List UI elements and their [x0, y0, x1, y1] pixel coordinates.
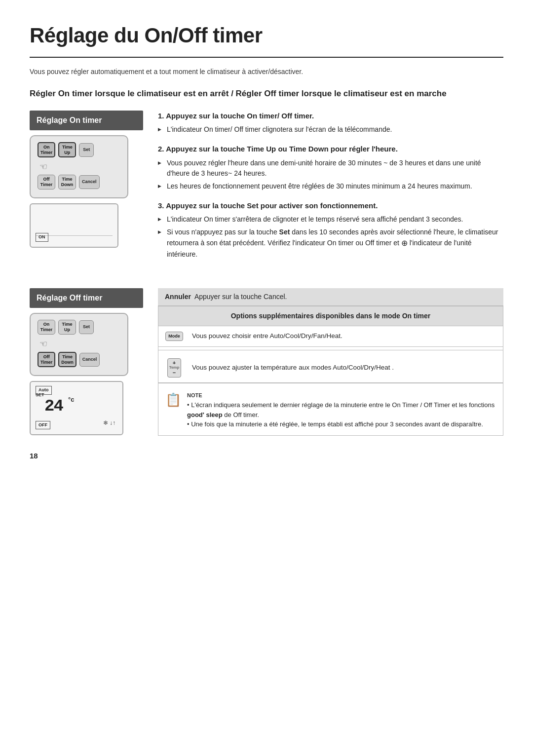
- options-row-2: + Temp − Vous pouvez ajuster la températ…: [158, 353, 503, 382]
- note-text-2: • Une fois que la minuterie a été réglée…: [187, 419, 496, 429]
- options-row-1: Mode Vous pouvez choisir entre Auto/Cool…: [158, 326, 503, 346]
- step-1-title: 1. Appuyez sur la touche On timer/ Off t…: [158, 111, 503, 122]
- options-table-header: Options supplémentaires disponibles dans…: [158, 306, 503, 326]
- off-timer-display: Auto SET 24 °c ❄ ↓↑ OFF: [30, 381, 123, 435]
- cancel-btn[interactable]: Cancel: [79, 175, 100, 189]
- on-timer-display: ON: [30, 203, 118, 248]
- step-2-title: 2. Appuyez sur la touche Time Up ou Time…: [158, 144, 503, 155]
- step-1-bullet-1: L'indicateur On timer/ Off timer clignot…: [158, 124, 503, 135]
- step-3-bullet-1: L'indicateur On timer s'arrêtera de clig…: [158, 214, 503, 225]
- off-timer-btn[interactable]: OffTimer: [38, 175, 55, 189]
- step-3-bullet-2: Si vous n'appuyez pas sur la touche Set …: [158, 227, 503, 260]
- off-timer-right: Annuler Appuyer sur la touche Cancel. Op…: [158, 288, 503, 435]
- swipe-indicator-2: ☜: [39, 338, 120, 351]
- off-timer-left: Réglage Off timer OnTimer TimeUp Set ☜ O…: [30, 288, 143, 435]
- step-2-bullet-1: Vous pouvez régler l'heure dans une demi…: [158, 158, 503, 179]
- display-degree: °c: [68, 395, 74, 405]
- off-timer-btn-2[interactable]: OffTimer: [38, 352, 55, 368]
- step-2-bullet-2: Les heures de fonctionnement peuvent êtr…: [158, 181, 503, 191]
- on-timer-remote: OnTimer TimeUp Set ☜ OffTimer TimeDown C: [30, 135, 128, 198]
- page-title: Réglage du On/Off timer: [30, 20, 503, 58]
- on-timer-label: Réglage On timer: [30, 111, 143, 130]
- step-3-bullets: L'indicateur On timer s'arrêtera de clig…: [158, 214, 503, 260]
- off-set-btn[interactable]: Set: [79, 320, 94, 334]
- on-timer-left: Réglage On timer OnTimer TimeUp Set ☜ Of…: [30, 111, 143, 248]
- annuler-bar: Annuler Appuyer sur la touche Cancel.: [158, 288, 503, 306]
- note-text-1: • L'écran indiquera seulement le dernier…: [187, 400, 496, 419]
- on-timer-section: Réglage On timer OnTimer TimeUp Set ☜ Of…: [30, 111, 503, 269]
- step-3-title: 3. Appuyez sur la touche Set pour active…: [158, 200, 503, 212]
- display-icons: ❄ ↓↑: [103, 418, 115, 427]
- step-1: 1. Appuyez sur la touche On timer/ Off t…: [158, 111, 503, 135]
- on-timer-steps: 1. Appuyez sur la touche On timer/ Off t…: [158, 111, 503, 269]
- page-number: 18: [30, 451, 503, 462]
- off-timer-timeup-btn[interactable]: TimeUp: [58, 320, 76, 335]
- temp-btn: + Temp −: [167, 358, 181, 378]
- step-2: 2. Appuyez sur la touche Time Up ou Time…: [158, 144, 503, 191]
- options-table: Options supplémentaires disponibles dans…: [158, 306, 503, 382]
- off-badge: OFF: [36, 421, 50, 430]
- step-2-bullets: Vous pouvez régler l'heure dans une demi…: [158, 158, 503, 191]
- off-timer-label: Réglage Off timer: [30, 288, 143, 308]
- mode-btn: Mode: [165, 332, 183, 341]
- on-badge: ON: [36, 233, 48, 242]
- note-box: 📋 NOTE • L'écran indiquera seulement le …: [158, 383, 503, 436]
- step-3: 3. Appuyez sur la touche Set pour active…: [158, 200, 503, 260]
- on-timer-btn[interactable]: OnTimer: [38, 142, 55, 158]
- off-timer-remote: OnTimer TimeUp Set ☜ OffTimer TimeDown C: [30, 313, 128, 376]
- off-timer-on-btn[interactable]: OnTimer: [38, 320, 55, 335]
- mode-icon-box: Mode: [163, 332, 185, 341]
- temp-option-text: Vous pouvez ajuster la température aux m…: [192, 363, 498, 373]
- off-timer-section: Réglage Off timer OnTimer TimeUp Set ☜ O…: [30, 288, 503, 435]
- section-heading: Régler On timer lorsque le climatiseur e…: [30, 88, 503, 100]
- time-up-btn[interactable]: TimeUp: [58, 142, 76, 158]
- note-label: NOTE: [187, 392, 202, 398]
- display-temp: 24: [44, 394, 63, 419]
- note-icon: 📋: [165, 390, 181, 410]
- page-subtitle: Vous pouvez régler automatiquement et a …: [30, 67, 503, 77]
- temp-icon-box: + Temp −: [163, 358, 185, 378]
- step-1-bullets: L'indicateur On timer/ Off timer clignot…: [158, 124, 503, 135]
- swipe-indicator: ☜: [39, 160, 120, 174]
- mode-option-text: Vous pouvez choisir entre Auto/Cool/Dry/…: [192, 331, 498, 341]
- set-btn[interactable]: Set: [79, 143, 94, 157]
- note-content: NOTE • L'écran indiquera seulement le de…: [187, 389, 496, 429]
- time-down-btn[interactable]: TimeDown: [58, 175, 76, 189]
- off-cancel-btn[interactable]: Cancel: [79, 353, 100, 367]
- off-timer-timedown-btn[interactable]: TimeDown: [58, 352, 76, 368]
- set-label: SET: [36, 392, 44, 399]
